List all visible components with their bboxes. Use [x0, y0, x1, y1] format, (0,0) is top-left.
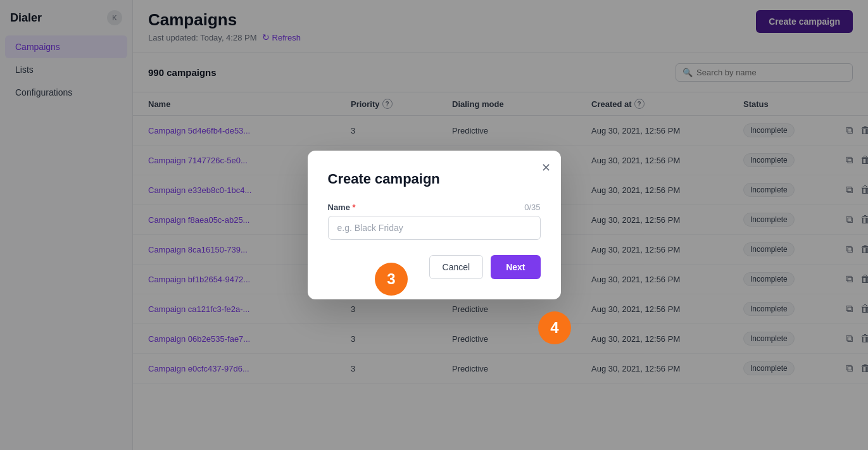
required-star: * — [353, 203, 356, 212]
modal-close-button[interactable]: ✕ — [541, 161, 551, 175]
cancel-button[interactable]: Cancel — [429, 255, 484, 279]
form-group-name: Name * 0/35 — [328, 203, 541, 240]
char-count: 0/35 — [524, 203, 540, 212]
modal-title: Create campaign — [328, 171, 541, 187]
modal-overlay[interactable]: ✕ Create campaign Name * 0/35 Cancel Nex… — [0, 0, 868, 450]
modal-actions: Cancel Next — [328, 255, 541, 279]
create-campaign-modal: ✕ Create campaign Name * 0/35 Cancel Nex… — [308, 151, 561, 299]
next-button[interactable]: Next — [491, 255, 540, 279]
campaign-name-input[interactable] — [328, 216, 541, 240]
page-wrapper: Dialer K Campaigns Lists Configurations … — [0, 0, 868, 450]
name-label: Name * 0/35 — [328, 203, 541, 212]
